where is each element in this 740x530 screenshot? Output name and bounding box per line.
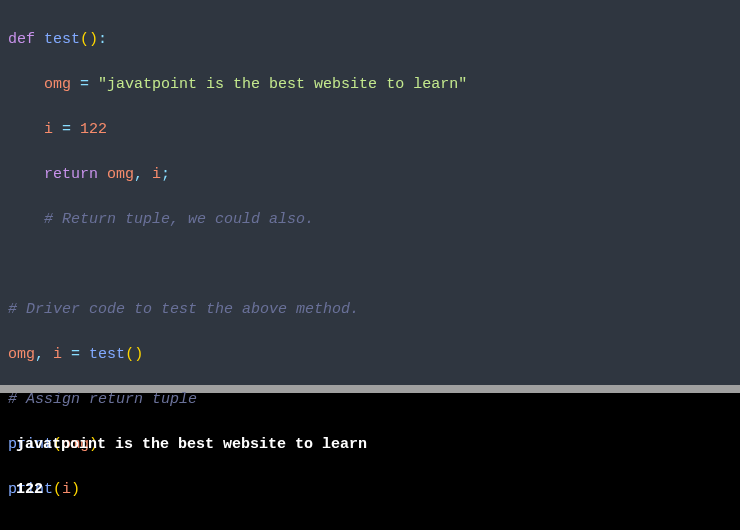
code-editor[interactable]: def test(): omg = "javatpoint is the bes… (0, 0, 740, 385)
code-line: def test(): (8, 29, 732, 52)
code-line-blank (8, 254, 732, 277)
output-line: 122 (16, 479, 724, 502)
paren-open: ( (125, 346, 134, 363)
number-literal: 122 (80, 121, 107, 138)
paren-close: ) (89, 31, 98, 48)
variable: i (53, 346, 62, 363)
argument: i (62, 481, 71, 498)
code-line: # Driver code to test the above method. (8, 299, 732, 322)
function-call: test (89, 346, 125, 363)
variable: omg (107, 166, 134, 183)
code-line: i = 122 (8, 119, 732, 142)
variable: omg (8, 346, 35, 363)
paren-close: ) (134, 346, 143, 363)
variable: i (152, 166, 161, 183)
keyword-return: return (44, 166, 98, 183)
paren-open: ( (80, 31, 89, 48)
string-literal: "javatpoint is the best website to learn… (98, 76, 467, 93)
comma: , (35, 346, 44, 363)
comment: # Return tuple, we could also. (44, 211, 314, 228)
variable: i (44, 121, 53, 138)
colon: : (98, 31, 107, 48)
semicolon: ; (161, 166, 170, 183)
equals: = (80, 76, 89, 93)
output-line: javatpoint is the best website to learn (16, 434, 724, 457)
keyword-def: def (8, 31, 35, 48)
code-line: omg = "javatpoint is the best website to… (8, 74, 732, 97)
code-line: return omg, i; (8, 164, 732, 187)
comment: # Assign return tuple (8, 391, 197, 408)
equals: = (62, 121, 71, 138)
comment: # Driver code to test the above method. (8, 301, 359, 318)
output-panel: javatpoint is the best website to learn … (0, 393, 740, 530)
comma: , (134, 166, 143, 183)
equals: = (71, 346, 80, 363)
variable: omg (44, 76, 71, 93)
code-line: # Return tuple, we could also. (8, 209, 732, 232)
paren-close: ) (71, 481, 80, 498)
function-name: test (44, 31, 80, 48)
paren-open: ( (53, 481, 62, 498)
code-line: omg, i = test() (8, 344, 732, 367)
